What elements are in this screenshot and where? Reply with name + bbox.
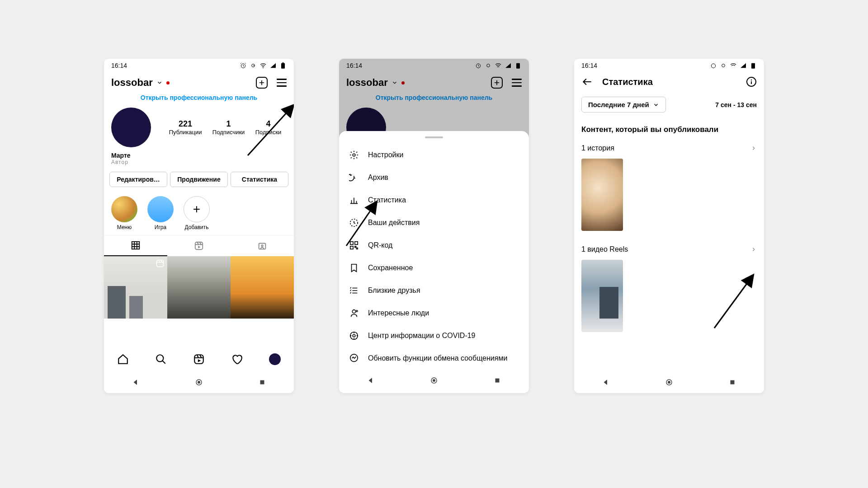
svg-rect-34 bbox=[751, 63, 755, 69]
highlight-game[interactable]: Игра bbox=[147, 196, 174, 230]
chevron-down-icon bbox=[156, 80, 163, 86]
svg-rect-21 bbox=[350, 242, 353, 244]
reels-icon[interactable] bbox=[193, 353, 205, 365]
heart-icon[interactable] bbox=[231, 353, 243, 365]
reel-thumbnail[interactable] bbox=[581, 260, 623, 332]
svg-point-33 bbox=[722, 64, 725, 67]
recent-icon[interactable] bbox=[258, 378, 266, 386]
date-range: 7 сен - 13 сен bbox=[715, 101, 757, 108]
profile-header: lossobar bbox=[104, 72, 294, 91]
chevron-right-icon bbox=[750, 246, 757, 253]
home-nav-icon[interactable] bbox=[195, 378, 203, 386]
username-dropdown[interactable]: lossobar bbox=[111, 77, 170, 89]
phone-menu: 16:14 lossobar bbox=[339, 59, 529, 393]
add-person-icon bbox=[349, 308, 359, 318]
post-thumbnail[interactable] bbox=[167, 256, 231, 319]
home-nav-icon[interactable] bbox=[665, 378, 673, 386]
svg-point-29 bbox=[433, 379, 435, 382]
menu-settings[interactable]: Настройки bbox=[339, 144, 529, 166]
svg-rect-14 bbox=[260, 380, 264, 385]
archive-icon bbox=[349, 173, 359, 183]
status-time: 16:14 bbox=[111, 62, 127, 69]
tab-tagged[interactable] bbox=[231, 235, 294, 256]
android-nav bbox=[104, 371, 294, 393]
plus-icon: + bbox=[184, 196, 210, 222]
edit-profile-button[interactable]: Редактиров… bbox=[109, 172, 167, 187]
open-pro-panel-link[interactable]: Открыть профессиональную панель bbox=[104, 91, 294, 108]
menu-qr-code[interactable]: QR-код bbox=[339, 234, 529, 257]
menu-saved[interactable]: Сохраненное bbox=[339, 257, 529, 279]
stories-row[interactable]: 1 история bbox=[574, 138, 764, 155]
create-button[interactable] bbox=[256, 77, 268, 89]
svg-rect-11 bbox=[194, 355, 203, 364]
menu-archive[interactable]: Архив bbox=[339, 166, 529, 189]
back-arrow-icon[interactable] bbox=[581, 76, 593, 88]
vibrate-icon bbox=[720, 62, 727, 69]
highlight-menu[interactable]: Меню bbox=[111, 196, 137, 230]
bottom-nav bbox=[104, 347, 294, 371]
post-thumbnail[interactable] bbox=[231, 256, 294, 319]
qr-icon bbox=[349, 240, 359, 250]
svg-point-13 bbox=[198, 381, 200, 384]
activity-icon bbox=[349, 218, 359, 228]
search-icon[interactable] bbox=[155, 353, 167, 365]
period-selector[interactable]: Последние 7 дней bbox=[581, 97, 666, 113]
menu-your-activity[interactable]: Ваши действия bbox=[339, 211, 529, 234]
promote-button[interactable]: Продвижение bbox=[170, 172, 228, 187]
tab-reels[interactable] bbox=[167, 235, 231, 256]
grid-icon bbox=[131, 240, 141, 250]
menu-covid-info[interactable]: Центр информации о COVID-19 bbox=[339, 324, 529, 347]
username-label: lossobar bbox=[111, 77, 153, 89]
menu-close-friends[interactable]: Близкие друзья bbox=[339, 279, 529, 302]
home-icon[interactable] bbox=[117, 353, 129, 365]
home-nav-icon[interactable] bbox=[430, 376, 438, 385]
gear-icon bbox=[349, 150, 359, 160]
svg-rect-3 bbox=[281, 63, 285, 69]
highlight-thumb bbox=[147, 196, 174, 222]
back-icon[interactable] bbox=[132, 378, 140, 386]
highlight-add[interactable]: + Добавить bbox=[184, 196, 210, 230]
info-icon[interactable] bbox=[746, 76, 757, 87]
highlight-thumb bbox=[111, 196, 137, 222]
signal-icon bbox=[740, 62, 747, 69]
svg-line-40 bbox=[714, 276, 753, 328]
battery-icon bbox=[750, 62, 757, 69]
recent-icon[interactable] bbox=[493, 376, 501, 385]
recent-icon[interactable] bbox=[728, 378, 736, 386]
wifi-icon bbox=[730, 62, 737, 69]
svg-rect-30 bbox=[495, 379, 500, 383]
svg-rect-39 bbox=[731, 380, 735, 385]
phone-statistics: 16:14 Статистика Последние 7 дней 7 сен … bbox=[574, 59, 764, 393]
bookmark-icon bbox=[349, 263, 359, 273]
story-thumbnail[interactable] bbox=[581, 159, 623, 231]
tab-grid[interactable] bbox=[104, 235, 167, 256]
svg-point-26 bbox=[353, 334, 355, 337]
svg-rect-4 bbox=[282, 62, 284, 63]
tagged-icon bbox=[257, 241, 267, 251]
reels-row[interactable]: 1 видео Reels bbox=[574, 239, 764, 256]
svg-rect-22 bbox=[355, 242, 358, 244]
hamburger-menu-button[interactable] bbox=[277, 79, 287, 87]
back-icon[interactable] bbox=[602, 378, 610, 386]
signal-icon bbox=[269, 62, 277, 69]
posts-count[interactable]: 221 Публикации bbox=[169, 119, 202, 136]
sheet-handle[interactable] bbox=[425, 136, 443, 138]
followers-count[interactable]: 1 Подписчики bbox=[212, 119, 245, 136]
svg-rect-5 bbox=[132, 242, 140, 249]
following-count[interactable]: 4 Подписки bbox=[255, 119, 282, 136]
avatar[interactable] bbox=[111, 108, 151, 147]
content-section-title: Контент, который вы опубликовали bbox=[574, 118, 764, 138]
profile-category: Автор bbox=[111, 159, 287, 165]
alarm-icon bbox=[710, 62, 717, 69]
svg-point-32 bbox=[711, 64, 715, 68]
profile-nav-avatar[interactable] bbox=[269, 353, 281, 365]
post-thumbnail[interactable] bbox=[104, 256, 167, 319]
wifi-icon bbox=[259, 62, 267, 69]
menu-update-messaging[interactable]: Обновить функции обмена сообщениями bbox=[339, 347, 529, 370]
statistics-button[interactable]: Статистика bbox=[231, 172, 288, 187]
back-icon[interactable] bbox=[367, 376, 375, 385]
svg-rect-6 bbox=[195, 242, 203, 250]
menu-discover-people[interactable]: Интересные люди bbox=[339, 302, 529, 324]
svg-point-19 bbox=[353, 154, 355, 156]
menu-statistics[interactable]: Статистика bbox=[339, 189, 529, 211]
